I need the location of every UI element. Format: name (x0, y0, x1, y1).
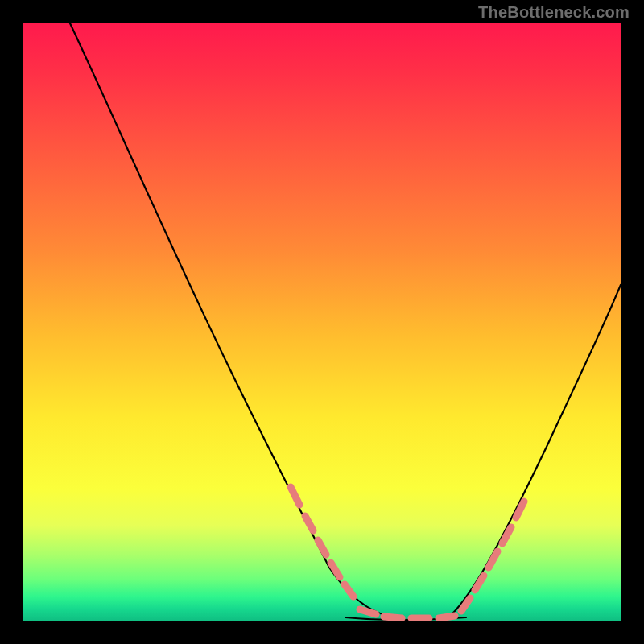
curve-layer (23, 23, 621, 621)
chart-frame: TheBottleneck.com (0, 0, 644, 644)
pink-dashes-floor (360, 609, 455, 618)
curve-right-branch (448, 285, 621, 617)
plot-area (23, 23, 621, 621)
pink-dashes-left (291, 487, 353, 597)
watermark-text: TheBottleneck.com (478, 3, 630, 22)
curve-left-branch (70, 23, 402, 617)
pink-dashes-right (461, 502, 524, 611)
